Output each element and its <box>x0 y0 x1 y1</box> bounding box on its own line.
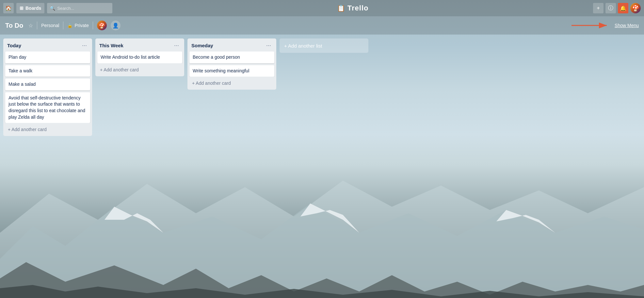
avatar-emoji: 🍄 <box>632 5 639 12</box>
list-someday-cards: Become a good person Write something mea… <box>187 52 276 77</box>
board-privacy: 🔒 Private <box>67 23 89 28</box>
card-good-person-text: Become a good person <box>193 54 240 60</box>
list-someday-header: Someday ··· <box>187 38 276 52</box>
header-divider-3 <box>93 22 93 29</box>
card-plan-day-text: Plan day <box>8 54 26 60</box>
add-list-label: + Add another list <box>284 43 322 49</box>
list-today: Today ··· Plan day Take a walk Make a sa… <box>3 38 92 136</box>
board-header-right: Show Menu <box>572 21 639 30</box>
topbar: 🏠 ⊞ Boards 🔍 📋 Trello + ⓘ 🔔 🍄 <box>0 0 644 16</box>
list-this-week-title: This Week <box>99 43 123 48</box>
list-today-header: Today ··· <box>3 38 92 52</box>
list-today-title: Today <box>7 43 21 48</box>
card-android-article-text: Write Android to-do list article <box>101 54 160 60</box>
add-member-icon: 👤 <box>112 22 119 29</box>
list-someday-title: Someday <box>191 43 213 48</box>
notification-button[interactable]: 🔔 <box>618 3 628 13</box>
list-someday-menu-button[interactable]: ··· <box>265 42 272 49</box>
list-this-week-header: This Week ··· <box>95 38 184 52</box>
trello-logo: 📋 Trello <box>337 4 369 12</box>
list-this-week-menu-button[interactable]: ··· <box>173 42 180 49</box>
list-this-week-cards: Write Android to-do list article <box>95 52 184 63</box>
board-personal-label: Personal <box>41 23 59 28</box>
trello-logo-text: Trello <box>347 4 369 12</box>
list-this-week: This Week ··· Write Android to-do list a… <box>95 38 184 76</box>
show-menu-button[interactable]: Show Menu <box>615 23 639 28</box>
add-member-button[interactable]: 👤 <box>111 21 121 30</box>
someday-add-card-label: + Add another card <box>192 81 231 86</box>
trello-logo-icon: 📋 <box>337 4 346 12</box>
search-input[interactable] <box>57 6 110 11</box>
today-add-card-label: + Add another card <box>8 127 47 132</box>
board-title: To Do <box>5 22 23 29</box>
search-icon: 🔍 <box>50 6 55 11</box>
card-make-salad-text: Make a salad <box>8 82 36 87</box>
board-private-label: Private <box>74 23 89 28</box>
card-android-article[interactable]: Write Android to-do list article <box>97 52 182 63</box>
topbar-right: + ⓘ 🔔 🍄 <box>593 3 641 13</box>
search-container: 🔍 <box>47 3 112 13</box>
add-button[interactable]: + <box>593 3 604 13</box>
info-icon: ⓘ <box>608 5 613 12</box>
add-icon: + <box>597 5 600 11</box>
notification-icon: 🔔 <box>620 5 626 11</box>
card-avoid-tendency[interactable]: Avoid that self-destructive tendency jus… <box>5 92 90 123</box>
info-button[interactable]: ⓘ <box>605 3 616 13</box>
show-menu-container: Show Menu <box>572 21 639 30</box>
list-someday: Someday ··· Become a good person Write s… <box>187 38 276 90</box>
board-content: Today ··· Plan day Take a walk Make a sa… <box>0 35 644 298</box>
this-week-add-card-button[interactable]: + Add another card <box>97 65 182 74</box>
boards-label: Boards <box>25 6 41 11</box>
user-avatar[interactable]: 🍄 <box>630 3 641 13</box>
home-icon: 🏠 <box>5 5 12 11</box>
mario-emoji: 🍄 <box>99 22 105 29</box>
someday-add-card-button[interactable]: + Add another card <box>189 79 274 88</box>
boards-grid-icon: ⊞ <box>20 6 24 11</box>
add-list-button[interactable]: + Add another list <box>280 38 368 53</box>
boards-button[interactable]: ⊞ Boards <box>16 3 44 13</box>
board-header: To Do ☆ Personal 🔒 Private 🍄 👤 Show Menu <box>0 16 644 35</box>
card-plan-day[interactable]: Plan day <box>5 52 90 63</box>
this-week-add-card-label: + Add another card <box>100 67 139 72</box>
card-take-walk-text: Take a walk <box>8 68 32 73</box>
card-take-walk[interactable]: Take a walk <box>5 65 90 77</box>
card-meaningful[interactable]: Write something meaningful <box>189 65 274 77</box>
home-button[interactable]: 🏠 <box>3 3 14 13</box>
member-avatar-mario[interactable]: 🍄 <box>97 21 107 30</box>
header-divider-1 <box>37 22 37 29</box>
header-divider-2 <box>63 22 63 29</box>
card-make-salad[interactable]: Make a salad <box>5 79 90 90</box>
card-avoid-tendency-text: Avoid that self-destructive tendency jus… <box>8 95 85 120</box>
list-today-cards: Plan day Take a walk Make a salad Avoid … <box>3 52 92 123</box>
card-good-person[interactable]: Become a good person <box>189 52 274 63</box>
card-meaningful-text: Write something meaningful <box>193 68 249 73</box>
board-star-button[interactable]: ☆ <box>28 22 33 29</box>
arrow-indicator <box>572 21 611 30</box>
today-add-card-button[interactable]: + Add another card <box>5 125 90 134</box>
topbar-center: 📋 Trello <box>115 4 590 12</box>
lock-icon: 🔒 <box>67 23 72 28</box>
board-personal: Personal <box>41 23 59 28</box>
list-today-menu-button[interactable]: ··· <box>81 42 88 49</box>
